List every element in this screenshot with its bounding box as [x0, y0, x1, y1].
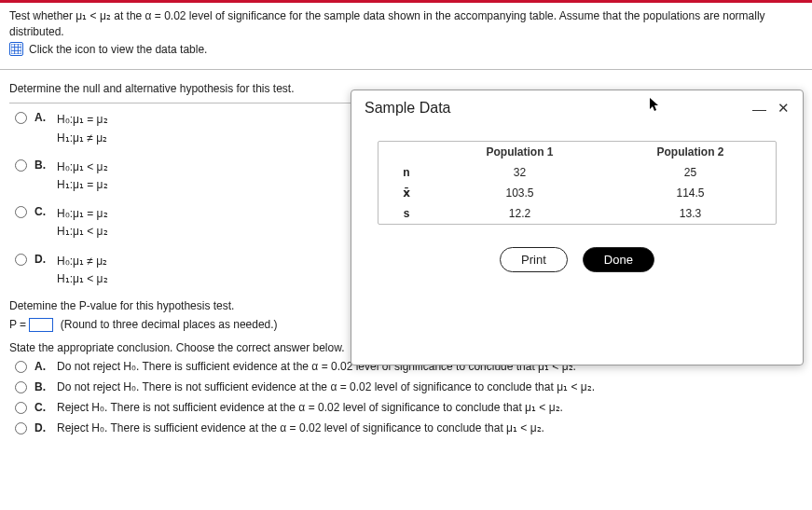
data-table-icon[interactable]: [9, 42, 23, 56]
pvalue-note: (Round to three decimal places as needed…: [61, 318, 278, 331]
problem-statement: Test whether μ₁ < μ₂ at the α = 0.02 lev…: [9, 8, 803, 40]
option-label: A.: [34, 360, 49, 373]
option-b-body: H₀:μ₁ < μ₂H₁:μ₁ = μ₂: [57, 159, 108, 194]
view-table-link[interactable]: Click the icon to view the data table.: [29, 42, 207, 58]
radio-q1-b[interactable]: [15, 159, 27, 172]
col-pop1: Population 1: [434, 142, 605, 162]
pvalue-prefix: P =: [9, 318, 29, 331]
option-d-body: H₀:μ₁ ≠ μ₂H₁:μ₁ < μ₂: [57, 253, 108, 288]
print-button[interactable]: Print: [500, 247, 568, 272]
radio-conc-c[interactable]: [15, 402, 27, 414]
minimize-icon[interactable]: —: [752, 101, 766, 117]
radio-q1-d[interactable]: [15, 254, 27, 266]
radio-q1-a[interactable]: [15, 112, 27, 124]
sample-data-modal: Sample Data — ✕ Population 1 Population …: [351, 90, 804, 365]
option-label: D.: [34, 421, 49, 434]
close-icon[interactable]: ✕: [778, 100, 790, 117]
table-header-row: Population 1 Population 2: [378, 142, 776, 162]
done-button[interactable]: Done: [583, 247, 654, 272]
option-label: A.: [34, 111, 49, 124]
table-row: x̄ 103.5 114.5: [378, 183, 776, 203]
table-row: n 32 25: [378, 162, 776, 183]
option-label: B.: [34, 380, 49, 393]
radio-conc-d[interactable]: [15, 422, 27, 434]
option-a-body: H₀:μ₁ = μ₂H₁:μ₁ ≠ μ₂: [57, 111, 108, 146]
option-label: C.: [34, 401, 49, 414]
radio-q1-c[interactable]: [15, 206, 27, 218]
conc-d-text: Reject H₀. There is sufficient evidence …: [57, 421, 544, 434]
modal-title: Sample Data: [365, 100, 451, 117]
svg-rect-0: [11, 44, 21, 54]
table-row: s 12.2 13.3: [378, 203, 776, 224]
option-label: B.: [34, 159, 49, 172]
pvalue-input[interactable]: [29, 318, 53, 332]
sample-data-table: Population 1 Population 2 n 32 25 x̄ 103…: [378, 141, 777, 225]
radio-conc-b[interactable]: [15, 381, 27, 393]
option-label: D.: [34, 253, 49, 266]
col-pop2: Population 2: [605, 142, 776, 162]
radio-conc-a[interactable]: [15, 361, 27, 373]
conc-b-text: Do not reject H₀. There is not sufficien…: [57, 380, 595, 393]
conc-c-text: Reject H₀. There is not sufficient evide…: [57, 401, 563, 414]
option-label: C.: [34, 205, 49, 218]
option-c-body: H₀:μ₁ = μ₂H₁:μ₁ < μ₂: [57, 205, 108, 241]
